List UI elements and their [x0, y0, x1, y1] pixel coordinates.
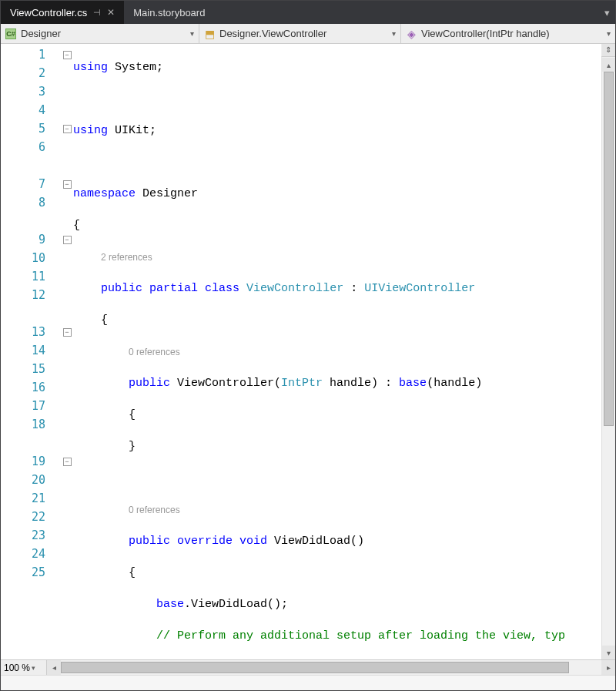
scope-combo[interactable]: C# Designer ▾ — [1, 24, 199, 43]
fold-column: − − − − − − — [61, 44, 73, 659]
caret-down-icon: ▾ — [190, 29, 194, 38]
line-number: 6 — [1, 138, 61, 156]
ident: .ViewDidLoad(); — [184, 598, 288, 611]
line-number: 5 — [1, 119, 61, 138]
tab-active[interactable]: ViewController.cs ⊣ ✕ — [1, 1, 124, 24]
line-number: 14 — [1, 341, 61, 360]
csharp-project-icon: C# — [5, 29, 16, 39]
kw: public — [101, 282, 142, 295]
ns-name: Designer — [136, 187, 198, 200]
class-label: Designer.ViewController — [219, 28, 387, 39]
caret-down-icon: ▾ — [607, 29, 611, 38]
vertical-scrollbar[interactable]: ⇕ ▴ ▾ — [601, 44, 615, 659]
status-strip — [1, 675, 615, 690]
kw: base — [156, 598, 184, 611]
tab-label: Main.storyboard — [133, 7, 205, 18]
scroll-down-icon[interactable]: ▾ — [602, 646, 615, 659]
type: UIViewController — [364, 282, 475, 295]
caret-down-icon: ▾ — [392, 29, 396, 38]
fold-toggle[interactable]: − — [63, 458, 72, 466]
horizontal-scrollbar[interactable]: ◂ ▸ — [47, 660, 615, 675]
class-combo[interactable]: ⬒ Designer.ViewController ▾ — [199, 24, 401, 43]
line-number: 11 — [1, 267, 61, 286]
member-combo[interactable]: ◈ ViewController(IntPtr handle) ▾ — [401, 24, 615, 43]
scrollbar-thumb[interactable] — [61, 662, 569, 673]
line-number: 25 — [1, 563, 61, 582]
line-number: 22 — [1, 508, 61, 526]
tabbar-spacer — [214, 1, 598, 24]
navigation-bar: C# Designer ▾ ⬒ Designer.ViewController … — [1, 24, 615, 44]
zoom-combo[interactable]: 100 % ▾ — [1, 660, 47, 675]
scroll-left-icon[interactable]: ◂ — [47, 660, 61, 675]
line-number: 20 — [1, 471, 61, 489]
code-editor[interactable]: 1 2 3 4 5 6 7 8 9 10 11 12 13 14 15 16 1… — [1, 44, 615, 659]
kw-using: using — [73, 61, 108, 74]
scroll-right-icon[interactable]: ▸ — [601, 660, 615, 675]
brace: { — [129, 566, 136, 579]
codelens-spacer — [1, 156, 61, 175]
tab-other[interactable]: Main.storyboard — [124, 1, 214, 24]
ident: handle) : — [323, 377, 399, 390]
fold-toggle[interactable]: − — [63, 180, 72, 189]
kw: class — [205, 282, 239, 295]
line-number: 7 — [1, 175, 61, 193]
kw: override — [177, 535, 233, 548]
pin-icon[interactable]: ⊣ — [93, 8, 101, 18]
line-number: 21 — [1, 489, 61, 508]
kw-namespace: namespace — [73, 187, 136, 200]
line-number: 3 — [1, 82, 61, 101]
brace: { — [73, 219, 80, 232]
line-number: 18 — [1, 415, 61, 434]
codelens-spacer — [1, 304, 61, 323]
comment: // Perform any additional setup after lo… — [156, 629, 565, 642]
type: ViewController — [246, 282, 343, 295]
bottom-scroll-row: 100 % ▾ ◂ ▸ — [1, 659, 615, 675]
colon: : — [343, 282, 364, 295]
line-number: 19 — [1, 452, 61, 471]
ident: (handle) — [427, 377, 482, 390]
kw: base — [399, 377, 427, 390]
ns: System; — [108, 61, 163, 74]
editor-window: ViewController.cs ⊣ ✕ Main.storyboard ▾ … — [0, 0, 616, 691]
class-icon: ⬒ — [204, 29, 215, 39]
scroll-up-icon[interactable]: ▴ — [602, 58, 615, 72]
kw: public — [129, 535, 170, 548]
fold-toggle[interactable]: − — [63, 236, 72, 244]
ident: ViewDidLoad() — [267, 535, 364, 548]
member-label: ViewController(IntPtr handle) — [421, 28, 602, 39]
code-area[interactable]: using System; using UIKit; namespace Des… — [73, 44, 601, 659]
tab-overflow-dropdown[interactable]: ▾ — [598, 1, 615, 24]
line-number: 15 — [1, 360, 61, 378]
fold-toggle[interactable]: − — [63, 328, 72, 337]
scrollbar-thumb[interactable] — [604, 72, 614, 426]
line-number: 9 — [1, 230, 61, 249]
line-number: 12 — [1, 286, 61, 304]
codelens[interactable]: 2 references — [101, 252, 152, 263]
fold-toggle[interactable]: − — [63, 125, 72, 133]
close-icon[interactable]: ✕ — [107, 7, 115, 18]
kw: public — [129, 377, 170, 390]
codelens-spacer — [1, 434, 61, 452]
caret-down-icon: ▾ — [32, 664, 35, 672]
type: IntPtr — [281, 377, 323, 390]
kw: partial — [149, 282, 198, 295]
line-number: 24 — [1, 545, 61, 563]
document-tabs: ViewController.cs ⊣ ✕ Main.storyboard ▾ — [1, 1, 615, 24]
fold-toggle[interactable]: − — [63, 51, 72, 59]
line-number: 8 — [1, 193, 61, 212]
brace: { — [101, 314, 108, 327]
ident: ViewController( — [170, 377, 281, 390]
codelens[interactable]: 0 references — [129, 347, 180, 357]
scope-label: Designer — [21, 28, 186, 39]
kw-using: using — [73, 124, 108, 137]
codelens[interactable]: 0 references — [129, 505, 180, 515]
codelens-spacer — [1, 212, 61, 230]
line-number: 17 — [1, 397, 61, 415]
line-number: 13 — [1, 323, 61, 341]
ns: UIKit; — [108, 124, 156, 137]
brace: } — [129, 440, 136, 453]
zoom-label: 100 % — [4, 662, 30, 673]
brace: { — [129, 408, 136, 421]
line-number: 23 — [1, 526, 61, 545]
split-window-icon[interactable]: ⇕ — [601, 44, 615, 57]
